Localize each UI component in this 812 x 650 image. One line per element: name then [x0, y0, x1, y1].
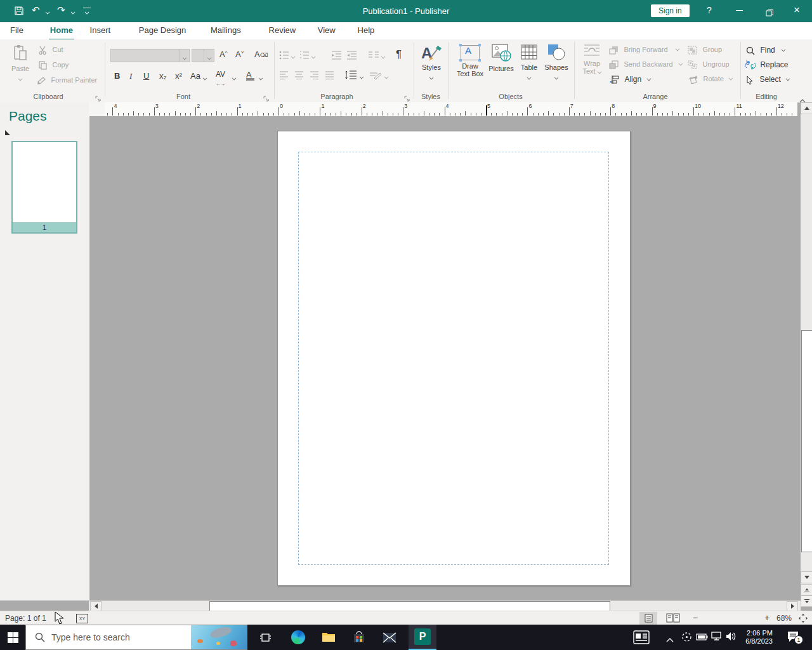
network-icon[interactable]: [710, 632, 723, 644]
horizontal-ruler[interactable]: 43210123456789101112: [105, 102, 797, 117]
sign-in-button[interactable]: Sign in: [651, 4, 690, 17]
send-backward-button[interactable]: Send Backward: [609, 60, 683, 72]
page-thumbnail[interactable]: 1: [11, 141, 77, 234]
menu-item-mailings[interactable]: Mailings: [209, 22, 242, 39]
single-page-view-button[interactable]: [639, 612, 657, 625]
align-right-icon[interactable]: [310, 71, 319, 79]
line-spacing-icon[interactable]: [344, 70, 357, 80]
tray-expand-chevron-icon[interactable]: [666, 633, 674, 645]
ribbon-collapse-icon[interactable]: [799, 94, 806, 98]
font-name-combo[interactable]: [110, 49, 190, 62]
rotate-dropdown-icon[interactable]: [729, 76, 733, 81]
paste-button[interactable]: Paste: [8, 44, 33, 84]
draw-text-box-button[interactable]: A Draw Text Box: [454, 43, 487, 77]
font-dialog-launcher-icon[interactable]: [263, 94, 270, 101]
menu-item-page-design[interactable]: Page Design: [138, 22, 187, 39]
menu-item-home[interactable]: Home: [49, 22, 74, 41]
pictures-button[interactable]: Pictures: [487, 43, 516, 72]
justify-icon[interactable]: [325, 71, 334, 79]
group-button[interactable]: Group: [688, 46, 722, 57]
wrap-text-button[interactable]: Wrap Text: [579, 43, 605, 75]
shapes-dropdown-icon[interactable]: [554, 75, 559, 79]
pilcrow-button[interactable]: ¶: [396, 48, 402, 61]
change-case-dropdown-icon[interactable]: [203, 76, 207, 81]
scroll-left-button[interactable]: [90, 601, 102, 611]
fit-page-button[interactable]: [798, 613, 808, 625]
format-painter-button[interactable]: Format Painter: [37, 76, 97, 88]
clear-formatting-button[interactable]: A⌫: [254, 50, 268, 59]
zoom-out-button[interactable]: −: [693, 613, 698, 623]
align-left-icon[interactable]: [279, 71, 289, 79]
notification-center-icon[interactable]: 1: [787, 630, 801, 646]
clock[interactable]: 2:06 PM 6/8/2023: [740, 629, 773, 646]
font-color-dropdown-icon[interactable]: [259, 76, 263, 81]
clipboard-dialog-launcher-icon[interactable]: [95, 94, 102, 101]
numbering-icon[interactable]: [299, 51, 310, 60]
menu-item-view[interactable]: View: [317, 22, 337, 39]
italic-button[interactable]: I: [129, 71, 132, 81]
bold-button[interactable]: B: [114, 71, 120, 81]
start-button[interactable]: [0, 625, 25, 650]
mail-icon[interactable]: [376, 625, 403, 650]
file-explorer-icon[interactable]: [315, 625, 343, 650]
align-dropdown-icon[interactable]: [646, 77, 651, 81]
underline-button[interactable]: U: [143, 71, 149, 81]
news-widget-icon[interactable]: [633, 630, 650, 647]
paste-dropdown-icon[interactable]: [18, 76, 23, 81]
line-spacing-dropdown-icon[interactable]: [360, 75, 364, 79]
restore-icon[interactable]: [766, 8, 773, 19]
bring-forward-dropdown-icon[interactable]: [676, 47, 680, 51]
minimize-icon[interactable]: [736, 10, 743, 11]
zoom-percent[interactable]: 68%: [776, 614, 792, 623]
zoom-in-button[interactable]: +: [764, 613, 769, 623]
table-button[interactable]: Table: [517, 43, 541, 83]
two-page-view-button[interactable]: [666, 613, 680, 625]
store-icon[interactable]: [345, 625, 373, 650]
shading-dropdown-icon[interactable]: [384, 75, 389, 79]
vertical-scrollbar-thumb[interactable]: [801, 330, 812, 552]
object-position-icon[interactable]: XY: [76, 614, 88, 623]
volume-icon[interactable]: [726, 632, 737, 644]
close-icon[interactable]: ×: [794, 4, 800, 17]
tray-sync-icon[interactable]: [681, 632, 692, 645]
publisher-taskbar-button[interactable]: P: [409, 625, 436, 650]
align-button[interactable]: Align: [609, 75, 651, 87]
shapes-button[interactable]: Shapes: [542, 43, 570, 83]
select-dropdown-icon[interactable]: [786, 77, 790, 81]
shading-icon[interactable]: [369, 71, 382, 80]
font-size-combo[interactable]: [192, 49, 214, 62]
help-icon[interactable]: ?: [707, 5, 712, 15]
copy-button[interactable]: Copy: [38, 61, 69, 72]
superscript-button[interactable]: x²: [175, 71, 182, 81]
scroll-right-button[interactable]: [787, 601, 798, 611]
decrease-font-size-button[interactable]: A˅: [235, 50, 244, 59]
find-dropdown-icon[interactable]: [782, 48, 786, 52]
increase-font-size-button[interactable]: A^: [219, 50, 227, 59]
numbering-dropdown-icon[interactable]: [311, 55, 316, 59]
styles-button[interactable]: A Styles: [419, 43, 444, 83]
character-spacing-dropdown-icon[interactable]: [232, 76, 237, 81]
scroll-up-button[interactable]: [801, 102, 812, 114]
table-dropdown-icon[interactable]: [527, 75, 532, 79]
battery-icon[interactable]: [696, 632, 708, 644]
character-spacing-button[interactable]: AV←→: [216, 70, 225, 88]
align-center-icon[interactable]: [294, 71, 304, 79]
paragraph-dialog-launcher-icon[interactable]: [404, 94, 411, 101]
bullets-dropdown-icon[interactable]: [291, 55, 296, 59]
wrap-text-dropdown-icon[interactable]: [597, 70, 601, 74]
task-view-button[interactable]: [251, 625, 279, 650]
font-color-button[interactable]: A: [246, 70, 254, 81]
rotate-button[interactable]: Rotate: [688, 75, 733, 86]
bring-forward-button[interactable]: Bring Forward: [609, 46, 679, 57]
page-indicator[interactable]: Page: 1 of 1: [5, 614, 46, 623]
menu-item-help[interactable]: Help: [357, 22, 376, 39]
menu-item-insert[interactable]: Insert: [89, 22, 112, 39]
columns-dropdown-icon[interactable]: [381, 55, 386, 59]
find-button[interactable]: Find: [746, 46, 785, 58]
previous-page-button[interactable]: [801, 584, 812, 595]
columns-icon[interactable]: [368, 51, 379, 60]
replace-button[interactable]: b c Replace: [746, 60, 788, 72]
cut-button[interactable]: Cut: [38, 46, 63, 57]
horizontal-scrollbar-thumb[interactable]: [209, 601, 610, 611]
pages-collapse-icon[interactable]: [5, 130, 10, 135]
